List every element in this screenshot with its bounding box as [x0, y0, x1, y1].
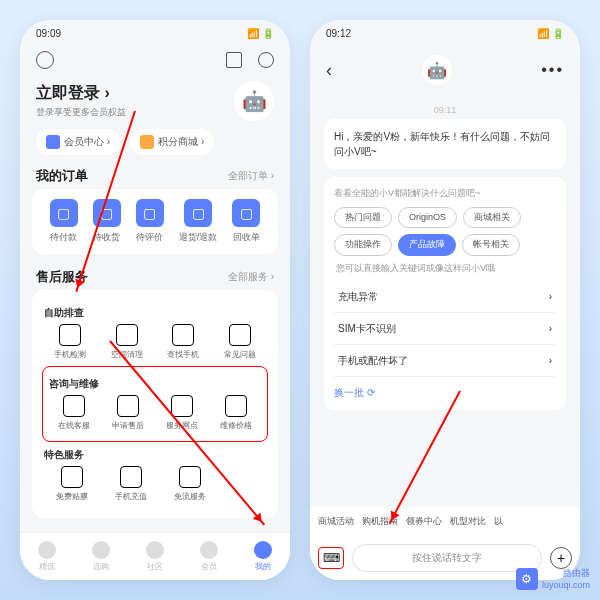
- order-item[interactable]: ▢回收单: [232, 199, 260, 244]
- order-item[interactable]: ▢退货/退款: [179, 199, 218, 244]
- keyboard-icon[interactable]: ⌨: [318, 547, 344, 569]
- cart-icon[interactable]: [226, 52, 242, 68]
- service-item[interactable]: 手机充值: [115, 466, 147, 502]
- watermark: ⚙路由器 luyouqi.com: [516, 567, 590, 590]
- service-item[interactable]: 维修价格: [220, 395, 252, 431]
- suggest-chip[interactable]: 以: [494, 515, 503, 528]
- chat-bubble: Hi，亲爱的V粉，新年快乐！有什么问题，不妨问问小V吧~: [324, 119, 566, 169]
- service-item[interactable]: 免费贴膜: [56, 466, 88, 502]
- suggest-chip[interactable]: 领券中心: [406, 515, 442, 528]
- phone-right: 09:12📶 🔋 ‹ 🤖 ••• 09:11 Hi，亲爱的V粉，新年快乐！有什么…: [310, 20, 580, 580]
- tag-chip[interactable]: 商城相关: [463, 207, 521, 229]
- bot-avatar: 🤖: [422, 55, 452, 85]
- all-orders[interactable]: 全部订单 ›: [228, 169, 274, 183]
- more-icon[interactable]: •••: [541, 61, 564, 79]
- qa-row[interactable]: SIM卡不识别›: [334, 313, 556, 345]
- tag-chip[interactable]: 产品故障: [398, 234, 456, 256]
- phone-left: 09:09📶 🔋 立即登录 ›登录享受更多会员权益 🤖 会员中心 › 积分商城 …: [20, 20, 290, 580]
- service-item[interactable]: 常见问题: [224, 324, 256, 360]
- suggest-chip[interactable]: 商城活动: [318, 515, 354, 528]
- service-item[interactable]: 申请售后: [112, 395, 144, 431]
- order-item[interactable]: ▢待评价: [136, 199, 164, 244]
- message-icon[interactable]: [258, 52, 274, 68]
- nav-item[interactable]: 社区: [146, 541, 164, 572]
- tag-chip[interactable]: 热门问题: [334, 207, 392, 229]
- service-item[interactable]: 手机检测: [54, 324, 86, 360]
- nav-item[interactable]: 会员: [200, 541, 218, 572]
- order-item[interactable]: ▢待付款: [50, 199, 78, 244]
- status-bar: 09:12📶 🔋: [310, 20, 580, 47]
- service-item[interactable]: 在线客服: [58, 395, 90, 431]
- service-item[interactable]: 免流服务: [174, 466, 206, 502]
- voice-input[interactable]: 按住说话转文字: [352, 544, 542, 572]
- login-row[interactable]: 立即登录 ›登录享受更多会员权益 🤖: [20, 73, 290, 129]
- tag-chip[interactable]: 功能操作: [334, 234, 392, 256]
- all-services[interactable]: 全部服务 ›: [228, 270, 274, 284]
- qa-row[interactable]: 手机或配件坏了›: [334, 345, 556, 377]
- nav-item[interactable]: 选购: [92, 541, 110, 572]
- back-icon[interactable]: ‹: [326, 60, 332, 81]
- tag-chip[interactable]: OriginOS: [398, 207, 457, 229]
- suggest-chip[interactable]: 机型对比: [450, 515, 486, 528]
- top-bar: [20, 47, 290, 73]
- service-item[interactable]: 空间清理: [111, 324, 143, 360]
- nav-item[interactable]: 我的: [254, 541, 272, 572]
- chat-card: 看看全能的小V都能解决什么问题吧~ 热门问题OriginOS商城相关功能操作产品…: [324, 177, 566, 410]
- refresh-button[interactable]: 换一批 ⟳: [334, 385, 556, 400]
- status-bar: 09:09📶 🔋: [20, 20, 290, 47]
- add-icon[interactable]: +: [550, 547, 572, 569]
- highlight-box: 咨询与维修在线客服申请售后服务网点维修价格: [42, 366, 268, 442]
- qa-row[interactable]: 充电异常›: [334, 281, 556, 313]
- points-mall[interactable]: 积分商城 ›: [130, 129, 214, 155]
- tag-chip[interactable]: 帐号相关: [462, 234, 520, 256]
- nav-item[interactable]: 精选: [38, 541, 56, 572]
- member-center[interactable]: 会员中心 ›: [36, 129, 120, 155]
- service-item[interactable]: 查找手机: [167, 324, 199, 360]
- settings-icon[interactable]: [36, 51, 54, 69]
- avatar: 🤖: [234, 81, 274, 121]
